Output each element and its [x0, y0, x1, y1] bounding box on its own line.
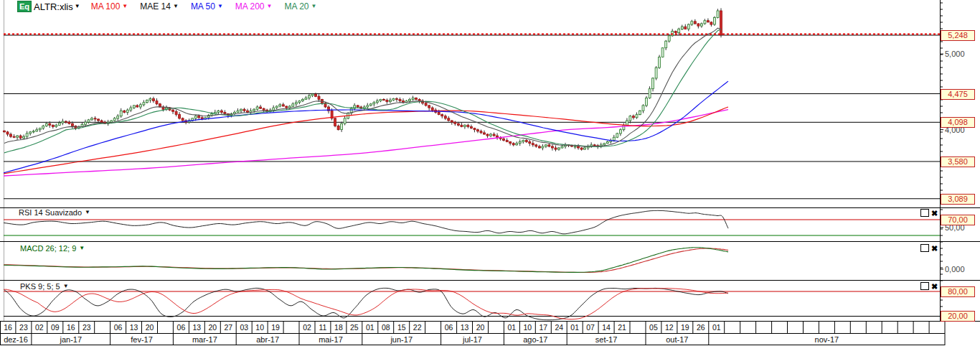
svg-text:jun-17: jun-17 [390, 335, 413, 344]
stoch-label-text: PKS 9; 5; 5 [20, 282, 60, 291]
svg-text:set-17: set-17 [595, 335, 618, 344]
indicator-label: MA 20 [284, 1, 308, 11]
svg-text:16: 16 [67, 323, 75, 332]
svg-text:20: 20 [208, 323, 217, 332]
svg-text:20: 20 [146, 323, 154, 332]
indicator-label: MAE 14 [140, 1, 171, 11]
chevron-down-icon: ▼ [85, 209, 90, 216]
chevron-down-icon: ▼ [63, 283, 69, 290]
svg-text:19: 19 [681, 323, 689, 332]
indicator-selector-ma-20[interactable]: MA 20▼ [284, 1, 316, 11]
indicator-label: MA 100 [91, 1, 121, 11]
svg-text:abr-17: abr-17 [256, 335, 279, 344]
chart-canvas[interactable]: 1623dez-1602091623jan-17061320fev-170613… [0, 0, 980, 346]
svg-text:15: 15 [397, 323, 406, 332]
svg-text:11: 11 [319, 323, 327, 332]
indicator-selector-ma-50[interactable]: MA 50▼ [191, 1, 223, 11]
svg-text:10: 10 [523, 323, 532, 332]
svg-text:19: 19 [271, 323, 280, 332]
svg-text:fev-17: fev-17 [131, 335, 153, 344]
svg-text:26: 26 [697, 323, 705, 332]
macd-panel-label[interactable]: MACD 26; 12; 9 ▼ [20, 244, 85, 253]
svg-text:17: 17 [539, 323, 547, 332]
indicator-list: MA 100▼MAE 14▼MA 50▼MA 200▼MA 20▼ [91, 1, 317, 11]
svg-text:20: 20 [476, 323, 485, 332]
macd-window-controls: ✖ [920, 244, 938, 252]
close-icon[interactable]: ✖ [931, 283, 938, 290]
price-alert-label[interactable]: 3,580 [941, 156, 975, 167]
chevron-down-icon: ▼ [311, 3, 316, 10]
svg-text:16: 16 [4, 323, 12, 332]
price-tick-label: 5,000 [945, 50, 965, 58]
close-icon[interactable]: ✖ [931, 210, 938, 217]
svg-text:02: 02 [35, 323, 44, 332]
maximize-icon[interactable] [920, 244, 929, 252]
svg-text:mar-17: mar-17 [192, 335, 217, 344]
stoch-window-controls: ✖ [920, 282, 938, 290]
macd-tick-label: 0,000 [945, 265, 965, 273]
stoch-lower-alert-label[interactable]: 20,00 [941, 311, 975, 322]
svg-text:jan-17: jan-17 [59, 335, 82, 344]
chevron-down-icon: ▼ [267, 3, 273, 10]
svg-text:09: 09 [51, 323, 60, 332]
stoch-upper-alert-label[interactable]: 80,00 [941, 286, 975, 297]
rsi-panel-label[interactable]: RSI 14 Suavizado ▼ [19, 208, 90, 217]
chevron-down-icon: ▼ [217, 3, 223, 10]
indicator-selector-ma-100[interactable]: MA 100▼ [91, 1, 128, 11]
chevron-down-icon: ▼ [75, 3, 80, 10]
svg-text:18: 18 [334, 323, 343, 332]
svg-text:jul-17: jul-17 [462, 335, 482, 344]
svg-text:01: 01 [366, 323, 374, 332]
svg-text:nov-17: nov-17 [815, 335, 839, 344]
svg-text:out-17: out-17 [666, 335, 688, 344]
chevron-down-icon: ▼ [122, 3, 128, 10]
maximize-icon[interactable] [920, 209, 929, 217]
svg-text:06: 06 [445, 323, 453, 332]
svg-text:06: 06 [114, 323, 123, 332]
chevron-down-icon: ▼ [79, 245, 85, 252]
chevron-down-icon: ▼ [173, 3, 179, 10]
toolbar: Eq ALTR:xlis ▼ MA 100▼MAE 14▼MA 50▼MA 20… [17, 1, 316, 12]
svg-text:14: 14 [602, 323, 611, 332]
svg-text:02: 02 [303, 323, 311, 332]
svg-text:01: 01 [712, 323, 721, 332]
instrument-type-badge: Eq [17, 1, 32, 12]
svg-text:24: 24 [555, 323, 563, 332]
chart-window: 1623dez-1602091623jan-17061320fev-170613… [0, 0, 980, 346]
svg-text:01: 01 [570, 323, 579, 332]
svg-text:mai-17: mai-17 [319, 335, 343, 344]
candles [4, 8, 722, 151]
svg-text:13: 13 [461, 323, 469, 332]
indicator-label: MA 200 [235, 1, 265, 11]
price-alert-label[interactable]: 3,089 [941, 194, 975, 205]
svg-text:ago-17: ago-17 [523, 335, 547, 344]
svg-text:22: 22 [413, 323, 422, 332]
svg-text:21: 21 [618, 323, 626, 332]
svg-text:dez-16: dez-16 [4, 335, 28, 344]
svg-text:13: 13 [193, 323, 202, 332]
svg-text:25: 25 [350, 323, 359, 332]
symbol-label: ALTR:xlis [34, 1, 73, 12]
symbol-selector[interactable]: ALTR:xlis ▼ [34, 1, 80, 12]
rsi-window-controls: ✖ [920, 209, 938, 217]
rsi-alert-label[interactable]: 70,00 [941, 215, 975, 225]
svg-text:27: 27 [224, 323, 232, 332]
svg-text:08: 08 [382, 323, 390, 332]
macd-label-text: MACD 26; 12; 9 [20, 244, 76, 253]
price-alert-label[interactable]: 4,475 [941, 89, 975, 100]
svg-text:23: 23 [83, 323, 91, 332]
close-icon[interactable]: ✖ [931, 245, 938, 252]
price-alert-label[interactable]: 5,248 [941, 30, 975, 41]
svg-text:10: 10 [255, 323, 264, 332]
price-alert-label[interactable]: 4,098 [941, 117, 975, 128]
svg-text:12: 12 [665, 323, 674, 332]
indicator-selector-ma-200[interactable]: MA 200▼ [235, 1, 273, 11]
svg-text:06: 06 [177, 323, 186, 332]
svg-text:07: 07 [586, 323, 595, 332]
svg-text:03: 03 [240, 323, 248, 332]
indicator-label: MA 50 [191, 1, 215, 11]
stoch-panel-label[interactable]: PKS 9; 5; 5 ▼ [20, 282, 69, 291]
maximize-icon[interactable] [920, 282, 929, 290]
indicator-selector-mae-14[interactable]: MAE 14▼ [140, 1, 179, 11]
rsi-label-text: RSI 14 Suavizado [19, 208, 82, 217]
